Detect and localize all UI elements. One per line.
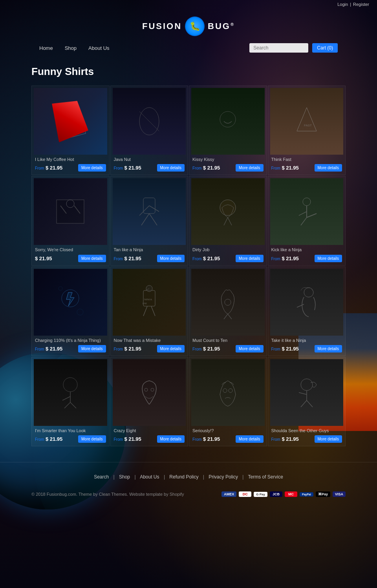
product-footer: From $ 21.95 More details [34,344,107,354]
more-details-button[interactable]: More details [236,435,263,443]
price-from-label: From [114,166,123,170]
product-card: Kick like a Ninja From $ 21.95 More deta… [268,176,346,265]
main-content: Funny Shirts I Like My Coffee Hot From $… [0,58,377,454]
footer-about[interactable]: About Us [140,474,159,480]
product-card: Sorry, We're Closed $ 21.95 More details [31,176,110,265]
product-footer: From $ 21.95 More details [34,434,107,444]
top-bar-separator: | [350,2,351,7]
svg-point-26 [77,309,83,315]
footer-sep: | [134,474,135,480]
price-from-label: From [271,166,280,170]
more-details-button[interactable]: More details [78,255,106,262]
product-price: $ 21.95 [35,256,52,261]
product-footer: $ 21.95 More details [34,254,107,263]
svg-rect-0 [55,103,86,140]
product-price: From $ 21.95 [35,346,62,352]
search-input[interactable] [249,43,308,53]
nav-shop[interactable]: Shop [65,45,77,51]
nav-about[interactable]: About Us [88,45,109,51]
product-footer: From $ 21.95 More details [270,434,344,444]
footer-privacy[interactable]: Privacy Policy [209,474,238,480]
product-card: Crazy Eight From $ 21.95 More details [110,357,188,446]
footer-bottom: © 2018 Fusionbug.com. Theme by Clean The… [0,486,377,503]
product-price: From $ 21.95 [192,346,220,352]
price-from-label: From [271,347,280,351]
price-from-label: From [114,347,123,351]
product-price: From $ 21.95 [192,436,220,442]
price-from-label: From [35,347,44,351]
main-nav: Home Shop About Us Cart (0) [8,40,369,56]
product-footer: From $ 21.95 More details [113,344,186,354]
svg-point-16 [220,200,236,215]
login-link[interactable]: Login [337,2,348,7]
product-image [34,269,107,336]
payment-mc: MC [285,491,297,497]
more-details-button[interactable]: More details [157,435,185,443]
product-footer: From $ 21.95 More details [270,163,344,173]
svg-line-43 [70,402,76,408]
product-image [270,269,344,336]
svg-marker-5 [297,108,317,131]
product-name: Crazy Eight [113,426,186,434]
svg-point-25 [59,287,62,290]
product-name: Java Nut [113,155,186,163]
footer-terms[interactable]: Terms of Service [248,474,283,480]
product-footer: From $ 21.95 More details [191,344,265,354]
more-details-button[interactable]: More details [315,435,342,443]
product-card: Dirty Job From $ 21.95 More details [189,176,267,265]
nav-home[interactable]: Home [39,45,53,51]
footer-sep: | [242,474,243,480]
logo-icon: 🐛 [185,16,205,36]
more-details-button[interactable]: More details [315,255,342,262]
product-footer: From $ 21.95 More details [113,254,186,263]
nav-right: Cart (0) [249,43,338,53]
product-price: From $ 21.95 [114,256,141,261]
more-details-button[interactable]: More details [236,345,263,352]
more-details-button[interactable]: More details [78,435,106,443]
payment-apple: ⌘Pay [316,491,330,497]
svg-text:LINE: LINE [143,302,147,305]
product-image: NINJA LINE [113,269,186,336]
svg-line-42 [64,402,70,408]
price-from-label: From [114,257,123,261]
product-image [191,359,265,426]
svg-point-34 [225,299,231,305]
more-details-button[interactable]: More details [157,255,185,262]
register-link[interactable]: Register [353,2,369,7]
svg-line-36 [228,314,232,319]
product-name: Take it like a Ninja [270,336,344,344]
svg-line-12 [141,214,149,225]
svg-point-47 [229,389,232,393]
svg-point-19 [303,198,311,206]
product-image [191,178,265,245]
product-price: From $ 21.95 [114,165,141,171]
more-details-button[interactable]: More details [78,164,106,172]
more-details-button[interactable]: More details [157,345,185,352]
price-from-label: From [114,437,123,442]
product-card: I'm Smarter than You Look From $ 21.95 M… [31,357,110,446]
product-name: Kissy Kissy [191,155,265,163]
product-name: Charging 110% (It's a Ninja Thing) [34,336,107,344]
product-image [34,178,107,245]
footer-search[interactable]: Search [94,474,109,480]
product-price: From $ 21.95 [35,165,62,171]
svg-rect-1 [57,106,83,137]
more-details-button[interactable]: More details [157,164,185,172]
cart-button[interactable]: Cart (0) [312,43,338,53]
svg-line-52 [307,400,313,407]
product-price: From $ 21.95 [114,436,141,442]
more-details-button[interactable]: More details [78,345,106,352]
more-details-button[interactable]: More details [315,345,342,352]
more-details-button[interactable]: More details [236,164,263,172]
price-from-label: From [192,347,201,351]
product-card: Take it like a Ninja From $ 21.95 More d… [268,267,346,356]
price-from-label: From [35,166,44,170]
product-name: Now That was a Mistake [113,336,186,344]
footer-sep: | [113,474,115,480]
more-details-button[interactable]: More details [315,164,342,172]
footer-refund[interactable]: Refund Policy [169,474,198,480]
product-card: Java Nut From $ 21.95 More details [110,86,188,175]
product-card: Charging 110% (It's a Ninja Thing) From … [31,267,110,356]
footer-shop[interactable]: Shop [119,474,130,480]
more-details-button[interactable]: More details [236,255,263,262]
